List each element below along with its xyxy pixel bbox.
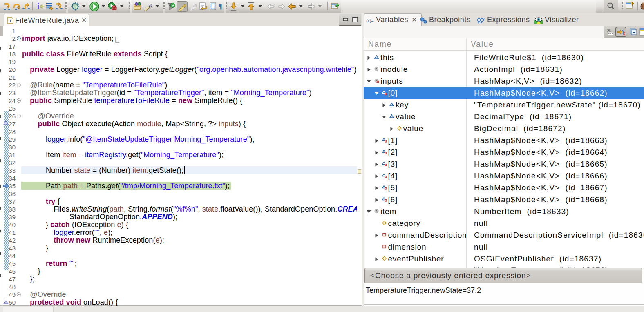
svg-text:(x)=: (x)= xyxy=(366,19,373,23)
